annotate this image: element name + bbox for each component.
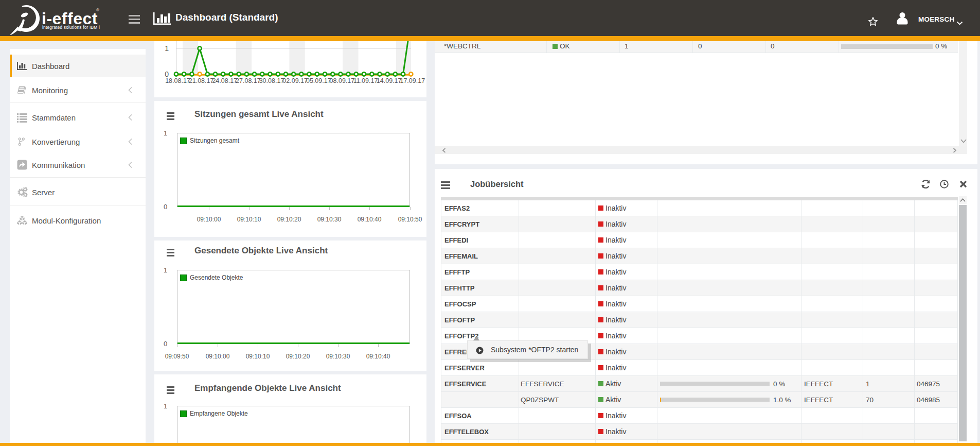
svg-text:21.08.17: 21.08.17	[189, 77, 214, 84]
svg-text:®: ®	[96, 8, 99, 12]
svg-text:27.08.17: 27.08.17	[236, 77, 261, 84]
svg-text:05.09.17: 05.09.17	[306, 77, 331, 84]
svg-text:14.09.17: 14.09.17	[377, 77, 402, 84]
svg-text:11.09.17: 11.09.17	[353, 77, 378, 84]
svg-text:18.08.17: 18.08.17	[165, 77, 190, 84]
svg-text:02.09.17: 02.09.17	[282, 77, 308, 84]
svg-text:integrated solutions for IBM i: integrated solutions for IBM i	[42, 25, 100, 30]
svg-text:08.09.17: 08.09.17	[330, 77, 355, 84]
svg-text:30.08.17: 30.08.17	[259, 77, 284, 84]
svg-text:1: 1	[165, 44, 169, 53]
svg-text:24.08.17: 24.08.17	[212, 77, 237, 84]
svg-text:17.09.17: 17.09.17	[400, 77, 425, 84]
svg-text:0: 0	[165, 70, 169, 78]
